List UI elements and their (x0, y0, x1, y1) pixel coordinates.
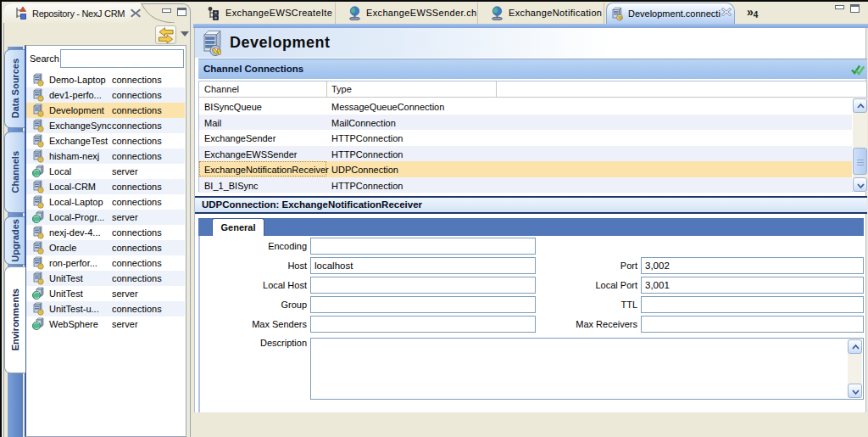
environment-list-item[interactable]: nexj-dev-4... connections (26, 225, 185, 240)
table-row[interactable]: ExchangeSender HTTPConnection (199, 130, 852, 146)
scroll-up-icon[interactable] (853, 98, 867, 113)
form-field-input[interactable] (310, 296, 536, 313)
table-row[interactable]: ExchangeEWSSender HTTPConnection (199, 146, 852, 162)
scrollbar-thumb[interactable] (853, 148, 867, 175)
environment-list-item[interactable]: Local-Laptop connections (26, 194, 185, 210)
environment-list-item[interactable]: ExchangeSync connections (26, 118, 185, 133)
form-field-label: Host (287, 261, 307, 271)
form-field-input[interactable] (310, 238, 536, 255)
repository-view-tab[interactable]: Repository - NexJ CRM (3, 3, 141, 23)
form-field-input[interactable] (310, 257, 536, 274)
editor-maximize-icon[interactable] (850, 4, 860, 13)
vertical-tab[interactable]: Environments (4, 266, 25, 373)
vertical-tab[interactable]: Upgrades (4, 216, 25, 265)
form-field-label: Max Receivers (576, 319, 637, 329)
editor-tab[interactable]: ExchangeEWSCreateIte (196, 3, 336, 24)
environment-item-icon (31, 180, 45, 193)
detail-title: UDPConnection: ExchangeNotificationRecei… (202, 199, 422, 210)
search-input[interactable] (60, 49, 184, 68)
environment-list-item[interactable]: Demo-Laptop connections (26, 72, 185, 87)
scroll-up-icon[interactable] (848, 339, 862, 354)
table-scrollbar[interactable] (853, 98, 867, 192)
repository-view-close-icon[interactable] (130, 8, 142, 19)
environment-item-type: connections (112, 240, 162, 255)
editor-minimize-icon[interactable] (835, 5, 844, 9)
link-with-editor-button[interactable] (155, 25, 176, 44)
environment-list-item[interactable]: Development connections (26, 103, 185, 118)
window-left-edge (0, 0, 2, 437)
form-field-input[interactable] (641, 257, 864, 274)
environment-list-item[interactable]: WebSphere server (26, 317, 185, 332)
form-field-input[interactable] (641, 296, 864, 313)
section-divider-line (195, 212, 867, 214)
form-field-label: Encoding (268, 241, 307, 251)
environment-list-item[interactable]: Local-CRM connections (26, 179, 185, 194)
view-minimize-icon[interactable] (162, 8, 171, 13)
environment-list-item[interactable]: ron-perfor... connections (26, 255, 185, 271)
form-field-label: Local Port (595, 280, 637, 290)
form-field: Local Port (539, 277, 866, 294)
vertical-tab[interactable]: Data Sources (4, 49, 25, 128)
editor-tab-icon (610, 7, 625, 21)
environment-item-icon (31, 149, 45, 163)
validate-check-icon[interactable] (851, 63, 865, 76)
environment-item-name: ExchangeTest (49, 133, 108, 148)
editor-tab[interactable]: ExchangeNotification (479, 3, 604, 24)
form-field-input[interactable] (641, 316, 864, 333)
detail-tab-bar: General (198, 218, 864, 236)
table-row[interactable]: BI_1_BISync HTTPConnection (199, 177, 852, 193)
cell-channel: ExchangeEWSSender (204, 147, 297, 162)
environment-list-item[interactable]: UnitTest connections (26, 271, 185, 286)
environment-item-icon (31, 317, 45, 331)
table-row[interactable]: Mail MailConnection (199, 115, 852, 131)
environment-list-item[interactable]: ExchangeTest connections (26, 133, 185, 148)
form-field: Host (200, 257, 539, 274)
form-field-input[interactable] (310, 277, 536, 294)
form-field-input[interactable] (310, 316, 536, 333)
environment-item-name: nexj-dev-4... (49, 225, 101, 240)
editor-header: Development (195, 28, 865, 58)
environment-list-item[interactable]: Local server (26, 164, 185, 179)
column-header-channel[interactable]: Channel (204, 84, 239, 94)
editor-tab-label: ExchangeNotification (509, 8, 602, 18)
editor-tab-close-icon[interactable] (721, 7, 732, 17)
table-row[interactable]: BISyncQueue MessageQueueConnection (199, 98, 852, 115)
scroll-down-icon[interactable] (848, 384, 862, 398)
environment-item-name: Development (49, 103, 104, 118)
column-divider[interactable] (326, 81, 327, 98)
environment-item-icon (31, 272, 45, 285)
column-divider[interactable] (496, 81, 497, 98)
form-field: Encoding (200, 238, 539, 255)
environment-item-type: connections (112, 72, 162, 87)
scroll-down-icon[interactable] (853, 177, 867, 192)
more-editors-chevron[interactable]: »4 (747, 5, 772, 20)
environment-item-type: connections (112, 148, 162, 164)
cell-type: HTTPConnection (331, 178, 403, 193)
table-row[interactable]: ExchangeNotificationReceiver UDPConnecti… (199, 161, 852, 177)
environment-item-type: connections (112, 271, 162, 286)
editor-area: ExchangeEWSCreateIte (193, 0, 868, 437)
editor-page-title: Development (230, 34, 331, 52)
form-field: Max Senders (200, 316, 539, 333)
editor-tab[interactable]: Development.connecti (606, 3, 735, 24)
tab-general[interactable]: General (212, 218, 264, 236)
environment-list-item[interactable]: UnitTest server (26, 286, 185, 301)
description-scrollbar[interactable] (848, 339, 862, 398)
view-menu-icon[interactable] (181, 31, 189, 36)
environment-list-item[interactable]: dev1-perfo... connections (26, 87, 185, 103)
editor-tab[interactable]: ExchangeEWSSender.ch (337, 3, 478, 24)
environment-list-item[interactable]: UnitTest-u... connections (26, 301, 185, 317)
environment-list-item[interactable]: Oracle connections (26, 240, 185, 255)
form-field-input[interactable] (641, 277, 864, 294)
environment-list-item[interactable]: Local-Progr... server (26, 210, 185, 225)
description-textarea[interactable] (310, 338, 864, 400)
form-field-label: Group (281, 300, 307, 310)
form-field: Max Receivers (539, 316, 866, 333)
environment-item-name: Demo-Laptop (49, 72, 106, 87)
table-header: Channel Type (199, 81, 866, 98)
environment-list-item[interactable]: hisham-nexj connections (26, 148, 185, 164)
column-header-type[interactable]: Type (331, 84, 352, 94)
vertical-tab[interactable]: Channels (4, 132, 25, 213)
view-maximize-icon[interactable] (177, 8, 186, 16)
environment-item-icon (31, 88, 45, 102)
